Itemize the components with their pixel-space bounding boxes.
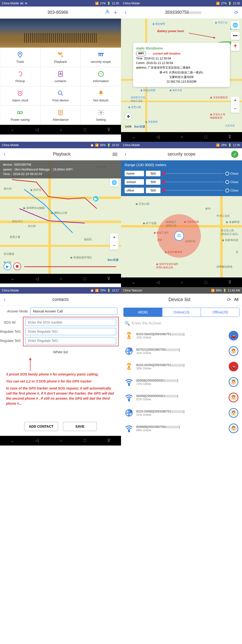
- baidu-logo: Baid百度: [134, 125, 145, 128]
- close-button[interactable]: Close: [225, 180, 238, 184]
- device-avatar[interactable]: [229, 408, 238, 418]
- device-row[interactable]: 6103-00420[3593390751] 10% Online 🚗: [121, 328, 242, 343]
- svg-rect-5: [100, 53, 101, 56]
- range-slider[interactable]: [162, 182, 223, 182]
- menu-setting[interactable]: Setting: [81, 106, 121, 125]
- range-label: Range (100-3000) meters: [121, 160, 242, 169]
- geofence-map[interactable]: ◉ 宝安公园 泰华 甲岸工业区 ◉ 岭下花园 碧德电子有限公司 ◉ 百财科技园 …: [121, 196, 242, 278]
- device-avatar[interactable]: [229, 393, 238, 402]
- menu-not-disturb[interactable]: Not disturb: [81, 86, 121, 106]
- device-row[interactable]: 607021[35933907561] 31% Online: [121, 343, 242, 359]
- tab-online[interactable]: Online(13): [162, 308, 201, 316]
- stop-button[interactable]: [13, 262, 21, 270]
- menu-contacts[interactable]: contacts: [40, 67, 81, 86]
- regulate-tel2-input[interactable]: [25, 337, 116, 344]
- scope-value-input[interactable]: [146, 171, 160, 176]
- app-header: ‹ contacts: [0, 294, 121, 306]
- map-view[interactable]: ◉ 国友旅馆 ◉ 中粮: ◉ 甲岸工业 兴东 ◉ 东联大厦 光明快车 洪浪北 ◉…: [121, 18, 242, 132]
- range-slider[interactable]: [162, 173, 223, 174]
- add-icon[interactable]: +: [114, 9, 117, 16]
- map-locate-btn[interactable]: 📍: [231, 43, 239, 51]
- device-avatar[interactable]: [229, 377, 238, 387]
- nav-drawer[interactable]: ⊽: [107, 127, 110, 132]
- scope-row-home: Close: [121, 169, 242, 178]
- android-nav: ⌄ ◁ ○ □ ⊽: [0, 125, 121, 134]
- regulate-tel1-input[interactable]: [25, 328, 116, 335]
- back-button[interactable]: ‹: [125, 10, 132, 16]
- map-zoom[interactable]: +−: [231, 96, 239, 113]
- menu-find-device[interactable]: Find device: [40, 86, 81, 106]
- search-input[interactable]: Enter the Ac/imei: [132, 321, 161, 326]
- scope-value-input[interactable]: [146, 188, 160, 193]
- device-info: 607021[35933907561] 31% Online: [136, 348, 226, 355]
- scope-name-input[interactable]: [125, 188, 144, 193]
- svg-point-21: [129, 384, 130, 386]
- menu-pickup[interactable]: Pickup: [0, 67, 40, 86]
- svg-point-2: [58, 52, 60, 53]
- menu-track[interactable]: Track: [0, 48, 40, 67]
- save-button[interactable]: SAVE: [63, 422, 97, 431]
- zoom-in[interactable]: +: [231, 96, 239, 104]
- device-type-icon: [125, 331, 133, 340]
- svg-point-36: [232, 428, 233, 428]
- device-row[interactable]: 00008[20000000001] 62% Online: [121, 390, 242, 405]
- map-layer-btn[interactable]: 🌐: [110, 178, 118, 187]
- add-contact-button[interactable]: ADD CONTACT: [24, 422, 58, 431]
- device-row[interactable]: 6103-00485[3593390751] 31% Online: [121, 405, 242, 421]
- tab-offline[interactable]: Offline(20): [201, 308, 239, 316]
- device-row[interactable]: 00009[20000000001] 72% Online: [121, 374, 242, 390]
- close-button[interactable]: Close: [225, 172, 238, 176]
- range-slider[interactable]: [162, 190, 223, 191]
- device-info: 6103-00485[3593390751] 31% Online: [136, 410, 226, 416]
- menu-icon[interactable]: [112, 153, 117, 156]
- back-button[interactable]: ‹: [125, 151, 132, 158]
- nav-home[interactable]: ○: [60, 127, 62, 132]
- device-id: 303-85966: [11, 10, 105, 15]
- tab-all[interactable]: All(36): [124, 308, 162, 316]
- back-button[interactable]: ‹: [4, 296, 11, 303]
- menu-playback[interactable]: Playback: [40, 48, 81, 67]
- svg-point-0: [106, 10, 108, 12]
- scope-name-input[interactable]: [125, 179, 144, 185]
- map-more-btn[interactable]: •••: [231, 32, 239, 40]
- device-type-icon: [125, 393, 133, 402]
- menu-power-saving[interactable]: Power saving: [0, 106, 40, 125]
- regulate-tel1-row: Regulate Tel1:: [24, 327, 117, 336]
- scope-value-input[interactable]: [146, 179, 160, 185]
- sos-tel-input[interactable]: [25, 319, 116, 326]
- back-button[interactable]: ‹: [4, 151, 11, 158]
- menu-security-scope[interactable]: security scope: [81, 48, 121, 67]
- menu-information[interactable]: Information: [81, 67, 121, 86]
- android-nav: ⌄◁○□⊽: [0, 274, 121, 284]
- profile-icon[interactable]: [105, 9, 110, 16]
- play-button[interactable]: ▶: [4, 262, 11, 270]
- page-title: Device list: [132, 297, 227, 302]
- zoom-out[interactable]: −: [231, 104, 239, 113]
- map-layer-btn[interactable]: 🌐: [231, 21, 239, 29]
- geofence-center[interactable]: [174, 231, 184, 241]
- all-label[interactable]: All: [234, 298, 238, 302]
- scope-name-input[interactable]: [125, 171, 144, 176]
- svg-point-24: [234, 381, 235, 382]
- answer-mode-select[interactable]: Manual Answer Call: [30, 308, 117, 315]
- device-avatar[interactable]: 🚗: [229, 362, 238, 372]
- playback-map[interactable]: ◉ 赤董 ◉ 羊台山森林公园 清湖老村 南坑坞 ◉ 簕竹坑 ◉ 深圳野生动物园 …: [0, 160, 121, 274]
- playback-timeline[interactable]: [24, 266, 116, 267]
- device-avatar[interactable]: 🚗: [229, 331, 238, 340]
- nav-back[interactable]: ◁: [35, 127, 39, 132]
- status-bar: China Mobile 📶27%🔋12:30: [121, 0, 242, 6]
- close-button[interactable]: Close: [225, 188, 238, 192]
- refresh-icon[interactable]: ⟳: [227, 297, 231, 302]
- menu-attendance[interactable]: Attendance: [40, 106, 81, 125]
- menu-alarm-clock[interactable]: Alarm clock: [0, 86, 40, 106]
- refresh-icon[interactable]: ⟳: [234, 10, 238, 16]
- compass-icon[interactable]: ✥: [125, 113, 132, 120]
- nav-recent[interactable]: □: [83, 127, 86, 132]
- device-row[interactable]: 609998[35933907561] 69% Online: [121, 421, 242, 436]
- map-zoom[interactable]: +−: [110, 234, 118, 250]
- device-row[interactable]: 6103-00350[3593390751] 30% Online 🚗: [121, 359, 242, 374]
- confirm-button[interactable]: ✓: [231, 151, 238, 158]
- device-avatar[interactable]: [229, 424, 238, 433]
- nav-menu[interactable]: ⌄: [11, 127, 14, 132]
- device-avatar[interactable]: [229, 346, 238, 356]
